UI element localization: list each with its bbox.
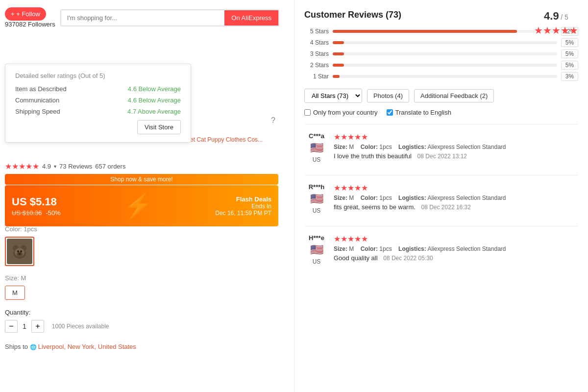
filter-photos-button[interactable]: Photos (4) xyxy=(367,89,409,102)
seller-ratings-card: Detailed seller ratings (Out of 5) Item … xyxy=(5,64,191,143)
reviewer-right: ★★★★★ Size: M Color: 1pcs Logistics: Ali… xyxy=(334,132,578,160)
product-link[interactable]: Pet Cat Puppy Clothes Cos... xyxy=(186,136,263,143)
price-section: US $5.18 US $10.36 -50% ⚡ Flash Deals En… xyxy=(5,185,278,226)
review-meta: Size: M Color: 1pcs Logistics: Aliexpres… xyxy=(334,195,578,201)
overall-stars: ★★★★★ xyxy=(534,24,578,36)
globe-icon: 🌐 xyxy=(30,344,38,350)
meta-logistics: Logistics: xyxy=(398,195,426,201)
reviews-list: C***a 🇺🇸 US ★★★★★ Size: M Color: 1pcs Lo… xyxy=(304,124,578,277)
filter-additional-feedback-button[interactable]: Additional Feedback (2) xyxy=(414,89,494,102)
ships-section: Ships to 🌐 Liverpool, New York, United S… xyxy=(5,343,136,350)
review-text: Good quality all 08 Dec 2022 05:30 xyxy=(334,254,578,262)
svg-point-6 xyxy=(20,250,22,252)
rating-value-communication: 4.6 Below Average xyxy=(128,97,181,104)
bar-label: 4 Stars xyxy=(304,39,329,46)
meta-color: Color: xyxy=(361,144,378,150)
lightning-icon: ⚡ xyxy=(123,192,153,220)
bar-track xyxy=(333,64,557,67)
rating-row-communication: Communication 4.6 Below Average xyxy=(15,97,181,104)
bar-label: 5 Stars xyxy=(304,28,329,35)
bar-track xyxy=(333,30,557,33)
overall-rating-denom: / 5 xyxy=(561,13,568,21)
rating-bar-row: 3 Stars 5% xyxy=(304,49,578,58)
flag-icon: 🇺🇸 xyxy=(310,244,323,256)
review-header: H***e 🇺🇸 US ★★★★★ Size: M Color: 1pcs Lo… xyxy=(304,234,578,265)
bar-fill xyxy=(333,41,344,44)
checkbox-country-text: Only from your country xyxy=(313,109,378,116)
flash-ends-date: Dec 16, 11:59 PM PT xyxy=(215,210,271,217)
review-item: H***e 🇺🇸 US ★★★★★ Size: M Color: 1pcs Lo… xyxy=(304,226,578,277)
quantity-increase-button[interactable]: + xyxy=(31,320,44,333)
color-label: Color: 1pcs xyxy=(5,225,37,233)
checkbox-country-input[interactable] xyxy=(304,109,311,116)
review-date: 08 Dec 2022 16:32 xyxy=(421,204,471,211)
meta-color: Color: xyxy=(361,245,378,252)
reviewer-name: R***h xyxy=(309,183,325,191)
search-input[interactable] xyxy=(61,10,225,25)
reviews-header: Customer Reviews (73) 5 Stars 82% 4 Star… xyxy=(304,10,578,81)
bar-track xyxy=(333,52,557,55)
product-stars-row: ★★★★★ 4.9 ▾ 73 Reviews 657 orders xyxy=(5,162,125,171)
price-discount: -50% xyxy=(46,209,60,217)
price-left: US $5.18 US $10.36 -50% xyxy=(12,196,61,217)
quantity-label: Quantity: xyxy=(5,309,109,316)
bar-track xyxy=(333,75,557,78)
follow-button[interactable]: + Follow xyxy=(5,7,46,21)
meta-logistics: Logistics: xyxy=(398,144,426,150)
reviews-count: 73 Reviews xyxy=(59,163,92,170)
search-bar: On AliExpress xyxy=(60,9,279,26)
seller-ratings-title: Detailed seller ratings (Out of 5) xyxy=(15,72,181,79)
rating-chevron-icon[interactable]: ▾ xyxy=(54,164,56,169)
overall-rating-block: 4.9 / 5 ★★★★★ xyxy=(534,10,578,36)
reviewer-left: R***h 🇺🇸 US xyxy=(304,183,329,214)
visit-store-button[interactable]: Visit Store xyxy=(137,120,181,134)
flash-right: Flash Deals Ends In Dec 16, 11:59 PM PT xyxy=(215,196,271,217)
quantity-decrease-button[interactable]: − xyxy=(5,320,18,333)
right-panel: Customer Reviews (73) 5 Stars 82% 4 Star… xyxy=(294,0,588,392)
svg-point-7 xyxy=(18,253,21,255)
meta-logistics: Logistics: xyxy=(398,245,426,252)
product-rating-num: 4.9 xyxy=(42,163,51,170)
country-label: US xyxy=(313,156,321,163)
left-panel: + Follow 937082 Followers On AliExpress … xyxy=(0,0,284,392)
size-label: Size: M xyxy=(5,274,26,282)
search-button[interactable]: On AliExpress xyxy=(224,10,278,25)
checkbox-translate-label[interactable]: Translate to English xyxy=(387,109,451,116)
review-meta: Size: M Color: 1pcs Logistics: Aliexpres… xyxy=(334,245,578,252)
rating-label-communication: Communication xyxy=(15,97,59,104)
filter-row: All Stars (73) Photos (4) Additional Fee… xyxy=(304,89,578,103)
meta-size: Size: xyxy=(334,245,347,252)
color-swatch[interactable] xyxy=(5,237,34,266)
checkbox-row: Only from your country Translate to Engl… xyxy=(304,109,578,116)
quantity-available: 1000 Pieces available xyxy=(52,323,109,330)
rating-label-shipping: Shipping Speed xyxy=(15,108,60,115)
flash-deals-title: Flash Deals xyxy=(215,196,271,203)
reviewer-name: H***e xyxy=(309,234,324,242)
reviewer-left: H***e 🇺🇸 US xyxy=(304,234,329,265)
flag-icon: 🇺🇸 xyxy=(310,142,323,154)
checkbox-translate-input[interactable] xyxy=(387,109,393,116)
country-label: US xyxy=(313,207,321,214)
rating-bar-row: 2 Stars 5% xyxy=(304,61,578,70)
country-label: US xyxy=(313,258,321,265)
ships-location-link[interactable]: Liverpool, New York, United States xyxy=(38,343,136,350)
bar-percentage: 5% xyxy=(561,61,578,70)
bar-label: 1 Star xyxy=(304,73,329,80)
review-date: 08 Dec 2022 05:30 xyxy=(383,255,433,262)
question-mark-icon[interactable]: ? xyxy=(271,116,275,125)
checkbox-translate-text: Translate to English xyxy=(395,109,451,116)
rating-bar-row: 4 Stars 5% xyxy=(304,38,578,47)
flash-ends-label: Ends In xyxy=(215,203,271,210)
filter-stars-select[interactable]: All Stars (73) xyxy=(304,89,362,103)
bar-label: 3 Stars xyxy=(304,50,329,57)
size-section: Size: M M xyxy=(5,274,26,300)
bar-fill xyxy=(333,64,344,67)
svg-point-5 xyxy=(17,250,19,252)
reviewer-stars: ★★★★★ xyxy=(334,132,578,142)
reviewer-stars: ★★★★★ xyxy=(334,183,578,193)
quantity-controls: − 1 + 1000 Pieces available xyxy=(5,320,109,333)
checkbox-country-label[interactable]: Only from your country xyxy=(304,109,378,116)
size-m-button[interactable]: M xyxy=(5,286,25,300)
review-header: C***a 🇺🇸 US ★★★★★ Size: M Color: 1pcs Lo… xyxy=(304,132,578,163)
meta-color: Color: xyxy=(361,195,378,201)
